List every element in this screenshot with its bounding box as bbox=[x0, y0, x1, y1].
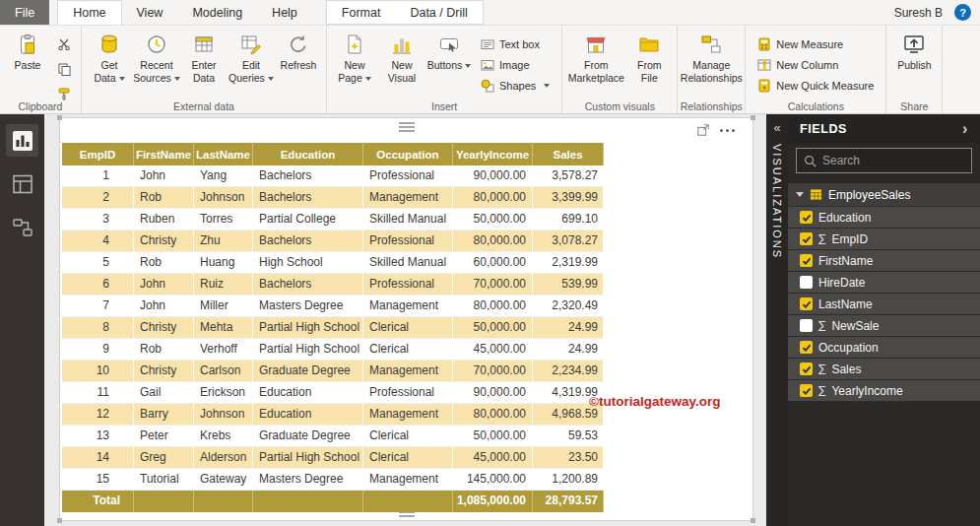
buttons-button[interactable]: Buttons bbox=[425, 29, 473, 98]
tab-file[interactable]: File bbox=[0, 0, 49, 25]
field-checkbox[interactable] bbox=[800, 319, 813, 332]
table-cell[interactable]: Management bbox=[363, 187, 453, 208]
field-checkbox[interactable] bbox=[800, 276, 813, 289]
edit-queries-button[interactable]: Edit Queries bbox=[228, 29, 275, 98]
table-cell[interactable]: 70,000.00 bbox=[453, 274, 533, 295]
report-page[interactable]: EmpID FirstName LastName Education Occup… bbox=[59, 117, 753, 521]
table-cell[interactable]: Krebs bbox=[194, 426, 253, 446]
table-cell[interactable]: Miller bbox=[194, 296, 253, 316]
table-cell[interactable]: Partial College bbox=[253, 209, 363, 230]
table-cell[interactable]: Ruiz bbox=[194, 274, 253, 295]
table-cell[interactable]: Carlson bbox=[194, 361, 253, 381]
table-cell[interactable]: 12 bbox=[62, 404, 134, 425]
recent-sources-button[interactable]: Recent Sources bbox=[133, 29, 180, 98]
column-header[interactable]: EmpID bbox=[62, 143, 134, 165]
table-cell[interactable]: Bachelors bbox=[253, 230, 363, 251]
field-item[interactable]: Education bbox=[788, 207, 980, 229]
table-row[interactable]: 9 Rob Verhoff Partial High School Cleric… bbox=[62, 339, 604, 361]
table-cell[interactable]: 3 bbox=[62, 209, 134, 230]
get-data-button[interactable]: Get Data bbox=[86, 29, 133, 98]
table-cell[interactable]: 24.99 bbox=[533, 317, 604, 338]
table-cell[interactable]: 15 bbox=[62, 469, 134, 490]
table-row[interactable]: 7 John Miller Masters Degree Management … bbox=[62, 296, 604, 317]
cut-button[interactable] bbox=[53, 34, 75, 54]
table-cell[interactable]: Verhoff bbox=[194, 339, 253, 360]
table-cell[interactable]: Clerical bbox=[363, 447, 453, 468]
from-file-button[interactable]: From File bbox=[625, 29, 673, 98]
new-column-button[interactable]: New Column bbox=[753, 55, 878, 74]
column-header[interactable]: LastName bbox=[194, 143, 253, 165]
table-cell[interactable]: Ruben bbox=[134, 209, 194, 230]
table-cell[interactable]: Christy bbox=[134, 361, 194, 381]
table-row[interactable]: 4 Christy Zhu Bachelors Professional 80,… bbox=[62, 230, 604, 252]
field-checkbox[interactable] bbox=[800, 232, 813, 245]
table-cell[interactable]: 45,000.00 bbox=[453, 447, 533, 468]
table-cell[interactable]: 59.53 bbox=[533, 426, 604, 446]
table-cell[interactable]: Masters Degree bbox=[253, 296, 363, 316]
table-cell[interactable]: 80,000.00 bbox=[453, 296, 533, 316]
from-marketplace-button[interactable]: From Marketplace bbox=[566, 29, 625, 98]
text-box-button[interactable]: Text box bbox=[477, 34, 554, 53]
model-view-button[interactable] bbox=[6, 211, 38, 243]
table-cell[interactable]: Alderson bbox=[194, 447, 253, 468]
table-total-row[interactable]: Total 1,085,000.00 28,793.57 bbox=[62, 491, 604, 512]
enter-data-button[interactable]: Enter Data bbox=[180, 29, 228, 98]
dataset-employeesales[interactable]: EmployeeSales bbox=[788, 183, 980, 207]
field-item[interactable]: ∑ NewSale bbox=[788, 315, 980, 337]
table-row[interactable]: 5 Rob Huang High School Skilled Manual 6… bbox=[62, 252, 604, 274]
table-cell[interactable]: Rob bbox=[134, 187, 194, 208]
table-cell[interactable]: 145,000.00 bbox=[453, 469, 533, 490]
field-item[interactable]: FirstName bbox=[788, 250, 980, 272]
table-cell[interactable]: 50,000.00 bbox=[453, 317, 533, 338]
table-cell[interactable]: John bbox=[134, 274, 194, 295]
visual-drag-grip[interactable] bbox=[399, 122, 415, 132]
table-row[interactable]: 6 John Ruiz Bachelors Professional 70,00… bbox=[62, 274, 604, 296]
table-row[interactable]: 14 Greg Alderson Partial High School Cle… bbox=[62, 447, 604, 469]
field-checkbox[interactable] bbox=[800, 297, 813, 310]
table-cell[interactable]: 11 bbox=[62, 382, 134, 403]
table-cell[interactable]: Erickson bbox=[194, 382, 253, 403]
refresh-button[interactable]: Refresh bbox=[275, 29, 322, 98]
table-cell[interactable]: 8 bbox=[62, 317, 134, 338]
field-checkbox[interactable] bbox=[800, 341, 813, 354]
table-cell[interactable]: 14 bbox=[62, 447, 134, 468]
table-cell[interactable]: 9 bbox=[62, 339, 134, 360]
table-row[interactable]: 11 Gail Erickson Education Professional … bbox=[62, 382, 604, 404]
more-options-icon[interactable] bbox=[720, 129, 735, 132]
table-cell[interactable]: Professional bbox=[363, 230, 453, 251]
table-row[interactable]: 10 Christy Carlson Graduate Degree Manag… bbox=[62, 361, 604, 382]
table-cell[interactable]: Mehta bbox=[194, 317, 253, 338]
expand-visualizations-icon[interactable]: « bbox=[773, 121, 780, 134]
focus-mode-icon[interactable] bbox=[696, 123, 710, 137]
table-cell[interactable]: 3,399.99 bbox=[533, 187, 604, 208]
visualizations-pane-collapsed[interactable]: « VISUALIZATIONS bbox=[766, 114, 788, 526]
table-cell[interactable]: Skilled Manual bbox=[363, 252, 453, 273]
table-cell[interactable]: Barry bbox=[134, 404, 194, 425]
table-cell[interactable]: Zhu bbox=[194, 230, 253, 251]
table-cell[interactable]: 4 bbox=[62, 230, 134, 251]
resize-handle[interactable] bbox=[57, 115, 62, 120]
field-item[interactable]: ∑ EmpID bbox=[788, 229, 980, 250]
table-cell[interactable]: 2,320.49 bbox=[533, 296, 604, 316]
image-button[interactable]: Image bbox=[477, 55, 554, 74]
table-cell[interactable]: Christy bbox=[134, 317, 194, 338]
table-cell[interactable]: Clerical bbox=[363, 339, 453, 360]
table-cell[interactable]: 2 bbox=[62, 187, 134, 208]
resize-handle[interactable] bbox=[751, 518, 755, 523]
field-item[interactable]: HireDate bbox=[788, 272, 980, 294]
table-cell[interactable]: John bbox=[134, 296, 194, 316]
help-icon[interactable]: ? bbox=[954, 4, 971, 21]
column-header[interactable]: FirstName bbox=[134, 143, 194, 165]
table-cell[interactable]: Management bbox=[363, 404, 453, 425]
resize-handle[interactable] bbox=[751, 115, 755, 120]
table-cell[interactable]: 2,319.99 bbox=[533, 252, 604, 273]
table-cell[interactable]: 23.50 bbox=[533, 447, 604, 468]
table-cell[interactable]: Huang bbox=[194, 252, 253, 273]
table-row[interactable]: 8 Christy Mehta Partial High School Cler… bbox=[62, 317, 604, 339]
column-header[interactable]: Occupation bbox=[363, 143, 453, 165]
table-cell[interactable]: 13 bbox=[62, 426, 134, 446]
table-cell[interactable]: 1,200.89 bbox=[533, 469, 604, 490]
new-quick-measure-button[interactable]: New Quick Measure bbox=[753, 76, 878, 95]
manage-relationships-button[interactable]: Manage Relationships bbox=[682, 29, 741, 98]
table-cell[interactable]: Partial High School bbox=[253, 317, 363, 338]
